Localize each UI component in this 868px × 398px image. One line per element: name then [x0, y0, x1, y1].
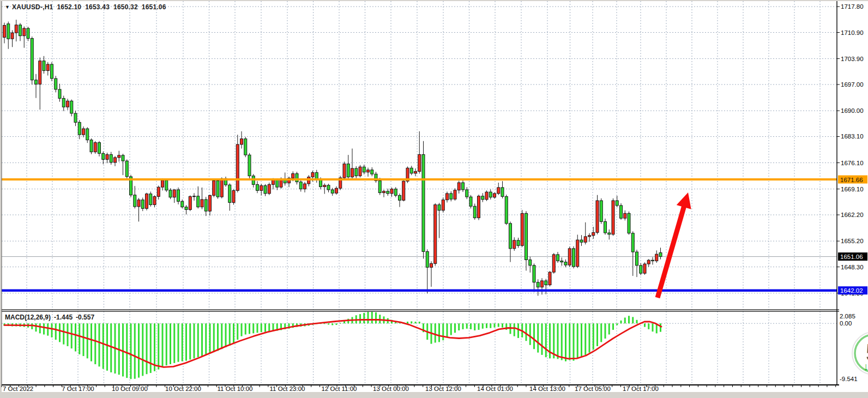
- candle-body: [636, 252, 638, 266]
- candle-body: [509, 224, 512, 249]
- macd-histogram-bar: [419, 322, 420, 323]
- symbol-ohlc-header: ▼XAUUSD-,H11652.101653.431650.321651.06: [5, 3, 166, 19]
- price-tick-label: 1662.20: [841, 212, 864, 218]
- candle-body: [652, 260, 654, 261]
- macd-histogram-bar: [632, 317, 634, 323]
- macd-indicator-layer: [4, 312, 662, 379]
- macd-histogram-bar: [194, 323, 195, 358]
- candle-body: [592, 232, 595, 235]
- macd-histogram-bar: [577, 323, 578, 358]
- candle-body: [248, 155, 251, 176]
- candle-body: [43, 61, 45, 71]
- candle-body: [39, 61, 41, 85]
- candle-body: [513, 240, 516, 249]
- candle-body: [137, 200, 140, 207]
- macd-histogram-bar: [541, 323, 543, 355]
- macd-histogram-bar: [581, 323, 582, 357]
- candle-body: [564, 262, 567, 265]
- macd-histogram-bar: [600, 323, 602, 342]
- candle-body: [181, 201, 184, 207]
- candle-body: [125, 161, 128, 177]
- macd-histogram-bar: [146, 323, 148, 374]
- candle-body: [260, 185, 263, 190]
- candle-body: [46, 64, 49, 71]
- macd-histogram-bar: [182, 323, 183, 361]
- horizontal-level-lines[interactable]: [2, 178, 837, 292]
- candle-body: [7, 24, 10, 39]
- price-tick-label: 1683.10: [841, 133, 864, 140]
- time-tick-label: 12 Oct 11:00: [322, 385, 357, 392]
- candle-body: [438, 205, 441, 210]
- resistance-line[interactable]: [2, 178, 837, 180]
- candle-body: [311, 172, 314, 177]
- candle-body: [612, 201, 614, 234]
- candle-body: [394, 189, 397, 196]
- candle-body: [454, 190, 456, 199]
- macd-histogram-bar: [142, 323, 143, 376]
- macd-histogram-bar: [134, 323, 136, 379]
- candle-body: [422, 154, 425, 251]
- candle-body: [469, 197, 472, 206]
- candle-body: [94, 142, 97, 152]
- macd-histogram-bar: [324, 323, 326, 324]
- macd-histogram-bar: [517, 323, 519, 338]
- time-tick-label: 14 Oct 13:00: [529, 385, 565, 392]
- candle-body: [15, 25, 17, 33]
- candle-body: [62, 98, 65, 107]
- macd-histogram-bar: [589, 323, 590, 352]
- price-tick-label: 1703.90: [841, 56, 864, 62]
- macd-histogram-bar: [596, 323, 598, 346]
- ohlc-low: 1650.32: [113, 3, 138, 11]
- candle-body: [31, 38, 33, 80]
- macd-histogram-bar: [624, 318, 626, 324]
- macd-histogram-bar: [482, 323, 484, 329]
- candle-body: [493, 194, 496, 197]
- candle-body: [643, 264, 646, 273]
- symbol-dropdown-icon[interactable]: ▼: [5, 4, 10, 10]
- macd-histogram-bar: [411, 321, 412, 323]
- candle-body: [367, 170, 370, 172]
- support-line[interactable]: [2, 290, 837, 292]
- candle-body: [529, 260, 532, 266]
- macd-histogram-bar: [363, 313, 365, 323]
- candle-body: [331, 190, 334, 193]
- candle-body: [537, 282, 539, 287]
- candle-body: [655, 254, 658, 261]
- candle-body: [390, 189, 393, 194]
- candle-body: [209, 195, 212, 211]
- candle-body: [153, 196, 156, 204]
- scroll-notification-badge[interactable]: 5↓: [852, 332, 868, 375]
- candlestick-layer: [3, 20, 662, 296]
- candle-body: [268, 184, 270, 193]
- candle-body: [473, 206, 476, 218]
- macd-histogram-bar: [569, 323, 570, 360]
- chart-canvas[interactable]: 1717.801710.901703.901697.001690.001683.…: [0, 0, 868, 398]
- macd-histogram-bar: [245, 323, 246, 334]
- macd-histogram-bar: [197, 323, 199, 357]
- candle-body: [659, 252, 662, 256]
- price-tick-label: 1676.10: [841, 160, 864, 166]
- candle-body: [272, 180, 275, 184]
- macd-histogram-bar: [261, 323, 262, 332]
- macd-histogram-bar: [217, 323, 219, 351]
- time-tick-label: 17 Oct 17:00: [623, 385, 659, 392]
- macd-scale-label: -9.541: [840, 376, 858, 382]
- macd-header: MACD(12,26,9)-1.445-0.557: [5, 313, 94, 329]
- candle-body: [576, 240, 579, 267]
- candle-body: [35, 80, 38, 85]
- candle-body: [541, 281, 544, 287]
- macd-histogram-bar: [162, 323, 164, 367]
- candle-body: [450, 194, 453, 199]
- macd-histogram-bar: [450, 323, 452, 335]
- macd-histogram-bar: [608, 323, 610, 334]
- macd-histogram-bar: [415, 322, 417, 323]
- candle-body: [296, 173, 298, 182]
- macd-histogram-bar: [545, 323, 547, 357]
- macd-histogram-bar: [616, 323, 618, 325]
- macd-histogram-bar: [268, 323, 270, 331]
- candle-body: [216, 181, 219, 197]
- candle-body: [165, 180, 168, 190]
- macd-histogram-bar: [565, 323, 566, 361]
- candle-body: [173, 190, 176, 197]
- macd-histogram-bar: [126, 323, 128, 378]
